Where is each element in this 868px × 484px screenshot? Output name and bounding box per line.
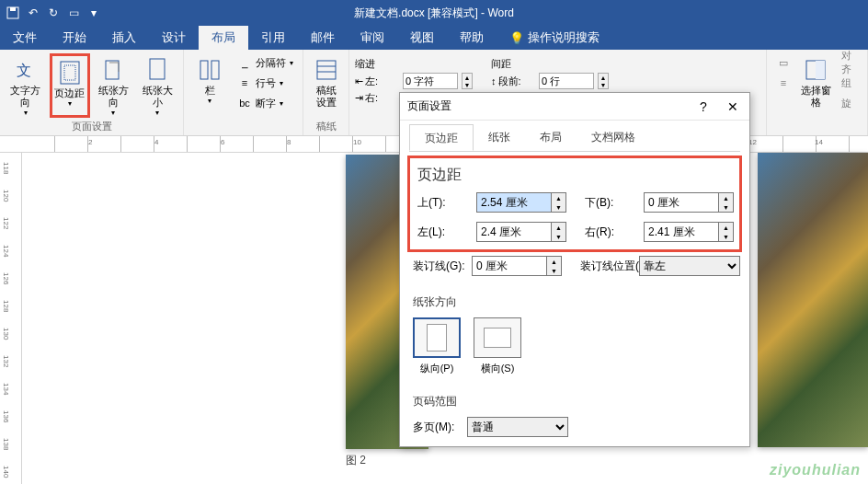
ribbon-tabs: 文件 开始 插入 设计 布局 引用 邮件 审阅 视图 帮助 💡 操作说明搜索 — [0, 26, 868, 50]
tell-me[interactable]: 💡 操作说明搜索 — [497, 26, 600, 50]
dialog-tab-margins[interactable]: 页边距 — [409, 124, 474, 151]
dialog-titlebar[interactable]: 页面设置 ? ✕ — [400, 93, 749, 121]
margins-button[interactable]: 页边距 ▾ — [50, 53, 90, 118]
selection-pane-icon — [801, 55, 830, 85]
spacing-header: 间距 — [491, 57, 609, 71]
tab-insert[interactable]: 插入 — [99, 26, 149, 50]
spacing-before-spinner[interactable]: ▲▼ — [598, 73, 609, 89]
group-page-setup-2: 栏 ▾ ⎯分隔符▾ ≡行号▾ bc断字▾ — [184, 50, 303, 135]
svg-rect-6 — [150, 59, 165, 79]
margin-top-spinner[interactable]: ▲▼ — [552, 192, 566, 213]
group-manuscript: 稿纸 设置 稿纸 — [303, 50, 349, 135]
margins-section-label: 页边距 — [417, 166, 732, 185]
margin-top-label: 上(T): — [417, 195, 469, 211]
orientation-icon — [98, 55, 128, 85]
wrap-icon: ≡ — [776, 75, 791, 90]
indent-left-icon: ⇤ — [355, 75, 363, 87]
spacing-before-input[interactable] — [539, 73, 594, 89]
save-icon[interactable] — [6, 6, 20, 20]
dialog-tab-grid[interactable]: 文档网格 — [577, 124, 650, 151]
window-title: 新建文档.docx [兼容模式] - Word — [354, 6, 514, 21]
margin-right-label: 右(R): — [585, 225, 636, 240]
svg-rect-7 — [200, 61, 208, 79]
hyphenation-icon: bc — [237, 96, 252, 110]
breaks-button[interactable]: ⎯分隔符▾ — [234, 53, 297, 72]
svg-rect-9 — [317, 61, 336, 79]
page-range-section-label: 页码范围 — [413, 394, 737, 409]
dialog-tab-layout[interactable]: 布局 — [525, 124, 577, 151]
dialog-tab-paper[interactable]: 纸张 — [474, 124, 525, 151]
orientation-landscape-button[interactable]: 横向(S) — [474, 317, 521, 375]
chevron-down-icon: ▾ — [111, 109, 115, 117]
margin-left-input[interactable] — [476, 222, 552, 242]
indent-left-spinner[interactable]: ▲▼ — [462, 73, 473, 89]
title-bar: ↶ ↻ ▭ ▾ 新建文档.docx [兼容模式] - Word — [0, 0, 868, 26]
tab-file[interactable]: 文件 — [0, 26, 50, 50]
dialog-help-button[interactable]: ? — [694, 99, 713, 114]
margin-left-spinner[interactable]: ▲▼ — [552, 222, 566, 242]
text-direction-button[interactable]: 文 文字方向 ▾ — [6, 53, 46, 118]
columns-button[interactable]: 栏 ▾ — [189, 53, 230, 132]
lightbulb-icon: 💡 — [509, 31, 524, 45]
svg-rect-8 — [211, 61, 219, 79]
gutter-label: 装订线(G): — [413, 259, 464, 274]
group-button[interactable]: 组 — [838, 74, 862, 92]
line-numbers-button[interactable]: ≡行号▾ — [234, 74, 297, 92]
chevron-down-icon: ▾ — [208, 97, 211, 105]
group-page-setup: 文 文字方向 ▾ 页边距 ▾ 纸张方向 ▾ 纸张大小 ▾ 页面设置 — [0, 50, 184, 135]
svg-rect-1 — [10, 7, 16, 11]
tell-me-label: 操作说明搜索 — [528, 29, 600, 46]
svg-text:文: 文 — [17, 63, 31, 78]
indent-header: 缩进 — [355, 57, 473, 71]
inserted-image-right[interactable] — [758, 153, 868, 447]
svg-rect-13 — [816, 61, 825, 79]
orientation-button[interactable]: 纸张方向 ▾ — [94, 53, 134, 118]
size-button[interactable]: 纸张大小 ▾ — [137, 53, 177, 118]
wrap-button[interactable]: ≡ — [772, 74, 794, 92]
orientation-portrait-button[interactable]: 纵向(P) — [413, 317, 461, 375]
position-button[interactable]: ▭ — [772, 53, 794, 72]
tab-layout[interactable]: 布局 — [199, 26, 248, 50]
tab-home[interactable]: 开始 — [50, 26, 99, 50]
text-direction-icon: 文 — [11, 55, 40, 85]
margin-bottom-spinner[interactable]: ▲▼ — [719, 192, 734, 213]
margin-right-spinner[interactable]: ▲▼ — [719, 222, 734, 242]
align-button[interactable]: 对齐 — [838, 53, 862, 72]
manuscript-settings-button[interactable]: 稿纸 设置 — [309, 53, 343, 118]
size-icon — [143, 55, 172, 85]
margin-bottom-input[interactable] — [644, 192, 719, 213]
margin-top-input[interactable] — [476, 192, 552, 213]
breaks-icon: ⎯ — [237, 55, 252, 70]
tab-help[interactable]: 帮助 — [447, 26, 497, 50]
chevron-down-icon: ▾ — [155, 109, 159, 117]
vertical-ruler[interactable]: 118 120 122 124 126 128 130 132 134 136 … — [0, 153, 22, 484]
rotate-button[interactable]: 旋 — [838, 94, 862, 112]
watermark: ziyouhulian — [770, 462, 861, 478]
portrait-icon — [413, 317, 461, 358]
margin-left-label: 左(L): — [417, 225, 469, 240]
svg-rect-4 — [64, 65, 75, 80]
margins-icon — [55, 58, 85, 87]
selection-pane-button[interactable]: 选择窗格 — [798, 53, 834, 135]
hyphenation-button[interactable]: bc断字▾ — [234, 94, 297, 112]
dialog-close-button[interactable]: ✕ — [724, 99, 742, 114]
tab-view[interactable]: 视图 — [397, 26, 447, 50]
gutter-pos-select[interactable]: 靠左 — [639, 256, 740, 276]
page-setup-dialog: 页面设置 ? ✕ 页边距 纸张 布局 文档网格 页边距 上(T): ▲▼ 下(B… — [399, 92, 750, 447]
tab-mailings[interactable]: 邮件 — [298, 26, 348, 50]
qat-more-icon[interactable]: ▾ — [86, 6, 101, 20]
tab-review[interactable]: 审阅 — [348, 26, 397, 50]
tab-design[interactable]: 设计 — [149, 26, 199, 50]
chevron-down-icon: ▾ — [68, 99, 72, 108]
redo-icon[interactable]: ↻ — [46, 6, 61, 20]
undo-icon[interactable]: ↶ — [26, 6, 40, 20]
touch-mode-icon[interactable]: ▭ — [66, 6, 81, 20]
margin-right-input[interactable] — [644, 222, 719, 242]
margins-highlight-box: 页边距 上(T): ▲▼ 下(B): ▲▼ 左(L): ▲▼ 右(R): ▲▼ — [407, 156, 742, 252]
tab-references[interactable]: 引用 — [248, 26, 298, 50]
gutter-spinner[interactable]: ▲▼ — [547, 256, 562, 276]
dialog-tabs: 页边距 纸张 布局 文档网格 — [409, 124, 740, 152]
multi-page-select[interactable]: 普通 — [467, 417, 568, 437]
gutter-input[interactable] — [472, 256, 547, 276]
indent-left-input[interactable] — [403, 73, 458, 89]
